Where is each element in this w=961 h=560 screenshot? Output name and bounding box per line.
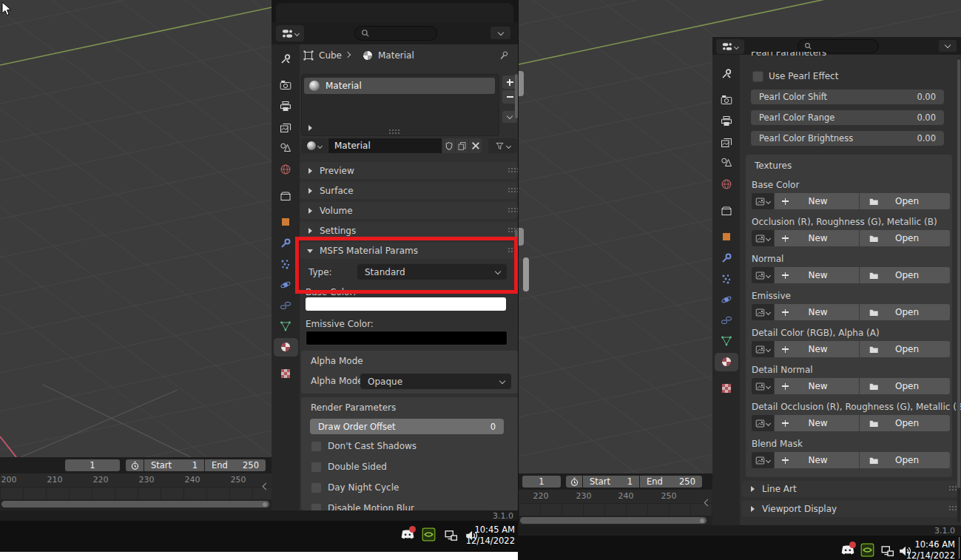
use-preview-range-button[interactable]	[126, 459, 144, 471]
frame-start-field[interactable]: Start 1	[144, 459, 204, 471]
tab-material-icon[interactable]	[721, 356, 732, 368]
panel-drag-grip[interactable]	[508, 168, 510, 169]
tab-physics-icon[interactable]	[721, 294, 732, 306]
tab-particles-icon[interactable]	[721, 273, 732, 285]
draw-order-offset-slider[interactable]: Draw Order Offset 0	[310, 419, 504, 434]
taskbar-clock[interactable]: 10:46 AM 12/14/2022	[906, 539, 955, 560]
texture-open-button[interactable]: Open	[860, 341, 950, 357]
checkbox-dont-cast-shadows[interactable]	[311, 441, 322, 452]
tab-world-icon[interactable]	[280, 163, 291, 175]
texture-image-button[interactable]	[752, 230, 774, 246]
material-slot-selected[interactable]: Material	[304, 78, 495, 94]
tray-discord-icon[interactable]	[400, 529, 415, 542]
texture-new-button[interactable]: New	[775, 378, 859, 394]
panel-drag-grip[interactable]	[949, 506, 951, 507]
panel-drag-grip[interactable]	[949, 486, 951, 488]
editor-type-button[interactable]	[716, 39, 744, 54]
checkbox-day-night-cycle[interactable]	[311, 482, 322, 493]
tab-modifiers-icon[interactable]	[721, 252, 732, 264]
tab-render-icon[interactable]	[280, 79, 291, 91]
frame-start-field[interactable]: Start 1	[583, 476, 639, 488]
texture-open-button[interactable]: Open	[860, 193, 950, 209]
pearl-color-range-slider[interactable]: Pearl Color Range 0.00	[751, 110, 944, 125]
panel-drag-grip[interactable]	[508, 188, 510, 189]
panel-settings[interactable]: Settings	[300, 222, 517, 239]
texture-new-button[interactable]: New	[775, 452, 859, 468]
tab-texture-icon[interactable]	[280, 368, 291, 379]
tab-constraints-icon[interactable]	[280, 300, 291, 311]
current-frame-field[interactable]: 1	[65, 459, 120, 471]
texture-open-button[interactable]: Open	[860, 378, 950, 394]
timeline-track[interactable]	[0, 487, 272, 499]
tab-viewlayer-icon[interactable]	[280, 122, 291, 134]
timeline-scrollbar[interactable]	[1, 501, 269, 507]
texture-new-button[interactable]: New	[775, 193, 859, 209]
panel-line-art[interactable]: Line Art	[742, 481, 958, 497]
tab-scene-icon[interactable]	[280, 142, 291, 154]
tab-object-data-icon[interactable]	[721, 335, 732, 347]
tray-geforce-icon[interactable]	[860, 543, 874, 557]
node-tree-dropdown[interactable]	[488, 138, 517, 153]
panel-drag-grip[interactable]	[508, 248, 510, 249]
slot-list-expand-icon[interactable]	[308, 125, 312, 131]
breadcrumb-datablock[interactable]: Material	[378, 50, 414, 61]
fake-user-button[interactable]	[442, 138, 455, 153]
tab-modifiers-icon[interactable]	[280, 237, 291, 249]
tray-network-icon[interactable]	[444, 529, 458, 542]
emissive-color-swatch[interactable]	[306, 331, 508, 345]
tab-constraints-icon[interactable]	[721, 314, 732, 326]
texture-open-button[interactable]: Open	[860, 452, 950, 468]
texture-new-button[interactable]: New	[775, 267, 859, 283]
tab-tool-icon[interactable]	[280, 53, 291, 65]
editor-type-button[interactable]	[276, 25, 304, 41]
panel-scrollbar[interactable]	[957, 58, 960, 522]
tray-network-icon[interactable]	[880, 544, 894, 558]
tab-object-data-icon[interactable]	[280, 320, 291, 332]
tab-render-icon[interactable]	[721, 94, 732, 106]
tab-physics-icon[interactable]	[280, 279, 291, 291]
material-name-field[interactable]: Material	[328, 138, 442, 153]
base-color-swatch[interactable]	[306, 297, 506, 311]
panel-scrollbar-thumb[interactable]	[957, 59, 960, 488]
checkbox-double-sided[interactable]	[311, 462, 322, 473]
texture-new-button[interactable]: New	[775, 415, 859, 431]
tray-discord-icon[interactable]	[840, 544, 855, 558]
scrollbar-handle-dot[interactable]	[263, 502, 267, 507]
texture-image-button[interactable]	[752, 304, 774, 320]
slot-list-resize-grip[interactable]	[389, 129, 391, 131]
panel-msfs-material-params[interactable]: MSFS Material Params	[300, 243, 517, 259]
header-menu-button[interactable]	[939, 40, 957, 52]
texture-image-button[interactable]	[752, 341, 774, 357]
texture-new-button[interactable]: New	[775, 230, 859, 246]
texture-open-button[interactable]: Open	[860, 267, 950, 283]
tray-geforce-icon[interactable]	[422, 527, 436, 542]
tab-output-icon[interactable]	[721, 115, 732, 127]
type-dropdown[interactable]: Standard	[357, 264, 507, 280]
unlink-material-button[interactable]	[469, 138, 482, 153]
use-preview-range-button[interactable]	[566, 476, 582, 488]
frame-end-field[interactable]: End 250	[640, 476, 702, 488]
tab-object-icon[interactable]	[721, 231, 732, 243]
tab-object-icon[interactable]	[280, 216, 291, 228]
texture-new-button[interactable]: New	[775, 304, 859, 320]
viewport-3d[interactable]	[0, 0, 272, 457]
timeline-track[interactable]	[519, 503, 712, 516]
tab-output-icon[interactable]	[280, 101, 291, 112]
tab-particles-icon[interactable]	[280, 258, 291, 270]
tab-scene-icon[interactable]	[721, 157, 732, 169]
timeline-scrollbar[interactable]	[520, 517, 707, 524]
panel-volume[interactable]: Volume	[300, 202, 517, 219]
show-desktop-divider[interactable]	[959, 537, 960, 559]
tab-collection-icon[interactable]	[721, 205, 732, 217]
pin-icon[interactable]	[498, 50, 510, 61]
texture-new-button[interactable]: New	[775, 341, 859, 357]
texture-image-button[interactable]	[752, 193, 774, 209]
new-material-button[interactable]	[456, 138, 468, 153]
timeline-ruler[interactable]: 200 210 220 230 240 250	[0, 473, 272, 487]
panel-drag-grip[interactable]	[508, 228, 510, 229]
tab-viewlayer-icon[interactable]	[721, 137, 732, 149]
panel-surface[interactable]: Surface	[300, 182, 517, 199]
texture-open-button[interactable]: Open	[860, 230, 950, 246]
panel-drag-grip[interactable]	[508, 208, 510, 209]
texture-open-button[interactable]: Open	[860, 304, 950, 320]
